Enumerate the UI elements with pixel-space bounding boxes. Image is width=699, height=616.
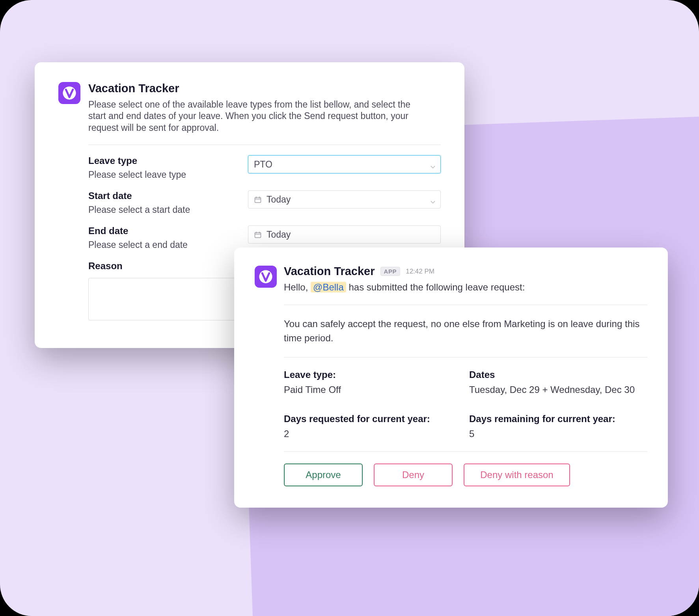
end-date-value: Today [267,229,291,240]
dates-value: Tuesday, Dec 29 + Wednesday, Dec 30 [469,384,647,395]
svg-rect-1 [255,197,261,203]
start-date-label: Start date [88,190,248,201]
divider [284,305,647,305]
message-greeting: Hello, @Bella has submitted the followin… [284,282,647,293]
leave-type-value: PTO [254,159,272,170]
days-requested-value: 2 [284,428,461,439]
leave-type-label: Leave type: [284,369,461,380]
end-date-input[interactable]: Today [248,225,441,244]
user-mention[interactable]: @Bella [311,282,346,292]
form-instructions: Please select one of the available leave… [88,99,427,134]
leave-request-message-card: Vacation Tracker APP 12:42 PM Hello, @Be… [234,248,668,508]
end-date-help: Please select a end date [88,240,248,250]
svg-rect-2 [255,233,261,238]
divider [88,145,441,145]
availability-note: You can safely accept the request, no on… [284,317,647,345]
start-date-value: Today [267,194,291,205]
field-start-date: Start date Please select a start date To… [88,190,441,215]
deny-with-reason-button-label: Deny with reason [480,469,553,480]
calendar-icon [254,195,262,203]
field-end-date: End date Please select a end date Today [88,225,441,250]
chevron-down-icon [430,197,436,202]
start-date-help: Please select a start date [88,205,248,215]
field-leave-type: Leave type Please select leave type PTO [88,155,441,180]
divider [284,357,647,357]
end-date-label: End date [88,225,248,236]
approve-button-label: Approve [306,469,341,480]
dates-label: Dates [469,369,647,380]
leave-type-label: Leave type [88,155,248,166]
leave-type-select[interactable]: PTO [248,155,441,173]
calendar-icon [254,231,262,238]
days-remaining-value: 5 [469,428,647,439]
app-logo-icon [255,266,277,288]
message-timestamp: 12:42 PM [406,268,434,275]
deny-button[interactable]: Deny [374,463,453,486]
leave-type-help: Please select leave type [88,169,248,180]
form-title: Vacation Tracker [88,82,441,95]
chevron-down-icon [430,162,436,167]
approve-button[interactable]: Approve [284,463,363,486]
app-logo-icon [58,82,80,104]
start-date-input[interactable]: Today [248,190,441,208]
greeting-prefix: Hello, [284,282,311,292]
deny-button-label: Deny [402,469,424,480]
leave-type-value: Paid Time Off [284,384,461,395]
message-title: Vacation Tracker [284,265,375,278]
deny-with-reason-button[interactable]: Deny with reason [464,463,570,486]
divider [284,451,647,452]
days-requested-label: Days requested for current year: [284,413,461,424]
days-remaining-label: Days remaining for current year: [469,413,647,424]
greeting-suffix: has submitted the following leave reques… [346,282,525,292]
app-badge: APP [380,267,401,276]
request-details: Leave type: Paid Time Off Dates Tuesday,… [284,369,647,439]
